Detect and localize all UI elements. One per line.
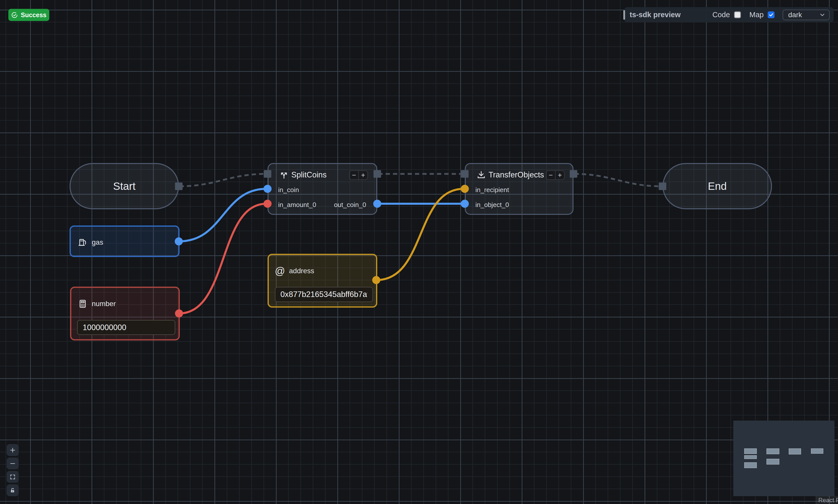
- node-end[interactable]: End: [662, 163, 772, 209]
- minimap-node-gas: [744, 455, 757, 459]
- minimap-node-number: [744, 462, 757, 468]
- status-badge: Success: [8, 9, 49, 21]
- zoom-in-button[interactable]: [6, 444, 19, 456]
- end-label: End: [708, 180, 727, 192]
- fit-view-button[interactable]: [6, 471, 19, 483]
- fit-view-icon: [10, 474, 16, 480]
- drag-handle-icon[interactable]: [623, 10, 625, 20]
- reactflow-attribution: React Flow: [815, 496, 838, 504]
- edge-start-splitcoins: [180, 174, 266, 186]
- address-label: address: [289, 267, 314, 275]
- zoom-out-button[interactable]: [6, 457, 19, 469]
- edge-number-inamount: [179, 204, 267, 313]
- transferobjects-resize-group: − +: [546, 170, 565, 180]
- gas-label: gas: [92, 238, 103, 247]
- plus-icon: [10, 447, 16, 453]
- split-icon: [279, 170, 289, 180]
- flow-canvas[interactable]: Start End SplitCoins − + in_coin in_amou…: [0, 0, 838, 504]
- splitcoins-resize-group: − +: [349, 170, 368, 180]
- node-transferobjects[interactable]: TransferObjects − + in_recipient in_obje…: [465, 163, 573, 215]
- check-icon: [769, 12, 773, 17]
- address-value-input[interactable]: [275, 287, 373, 302]
- edge-address-inrecipient: [376, 189, 464, 280]
- lock-button[interactable]: [6, 484, 19, 496]
- code-checkbox[interactable]: [734, 11, 741, 18]
- splitcoins-input-in_amount_0: in_amount_0: [278, 201, 316, 209]
- toolbar-panel: ts-sdk preview Code Map dark: [624, 7, 834, 22]
- node-address[interactable]: @ address: [268, 254, 377, 308]
- edge-gas-incoin: [179, 189, 267, 241]
- minimap-node-splitcoins: [766, 448, 779, 454]
- theme-select-value: dark: [788, 11, 802, 19]
- node-splitcoins[interactable]: SplitCoins − + in_coin in_amount_0 out_c…: [268, 163, 377, 215]
- splitcoins-output-out_coin_0: out_coin_0: [334, 201, 366, 209]
- transferobjects-input-in_recipient: in_recipient: [476, 186, 509, 194]
- attribution-text: React Flow: [818, 497, 838, 504]
- code-toggle-label: Code: [712, 11, 730, 19]
- status-badge-label: Success: [21, 11, 46, 19]
- node-gas[interactable]: gas: [70, 226, 180, 257]
- minimap-node-end: [811, 448, 823, 454]
- edge-transferobjects-end: [574, 174, 661, 186]
- map-checkbox[interactable]: [768, 11, 774, 18]
- minimap-node-start: [744, 448, 757, 454]
- unlock-icon: [10, 487, 16, 493]
- theme-select[interactable]: dark: [783, 10, 830, 20]
- number-label: number: [92, 300, 116, 308]
- map-toggle-label: Map: [749, 11, 764, 19]
- minimap-node-address: [766, 459, 779, 465]
- minus-icon: [10, 461, 16, 467]
- splitcoins-plus-button[interactable]: +: [359, 171, 368, 179]
- calculator-icon: [78, 299, 88, 309]
- chevron-down-icon: [819, 12, 826, 18]
- node-start[interactable]: Start: [70, 163, 179, 209]
- at-sign-icon: @: [275, 266, 285, 276]
- splitcoins-minus-button[interactable]: −: [350, 171, 359, 179]
- transferobjects-minus-button[interactable]: −: [547, 171, 555, 179]
- transferobjects-title: TransferObjects: [488, 170, 544, 179]
- transfer-icon: [476, 170, 486, 180]
- transferobjects-input-in_object_0: in_object_0: [476, 201, 509, 209]
- node-number[interactable]: number: [70, 287, 180, 340]
- check-circle-icon: [11, 12, 18, 18]
- fuel-pump-icon: [78, 237, 88, 248]
- minimap[interactable]: [733, 420, 835, 496]
- zoom-controls: [6, 444, 19, 496]
- transferobjects-plus-button[interactable]: +: [555, 171, 564, 179]
- minimap-node-transferobjects: [789, 448, 801, 454]
- splitcoins-input-in_coin: in_coin: [278, 186, 299, 194]
- app-title: ts-sdk preview: [630, 11, 680, 19]
- start-label: Start: [113, 180, 136, 192]
- number-value-input[interactable]: [77, 320, 175, 335]
- splitcoins-title: SplitCoins: [291, 170, 327, 179]
